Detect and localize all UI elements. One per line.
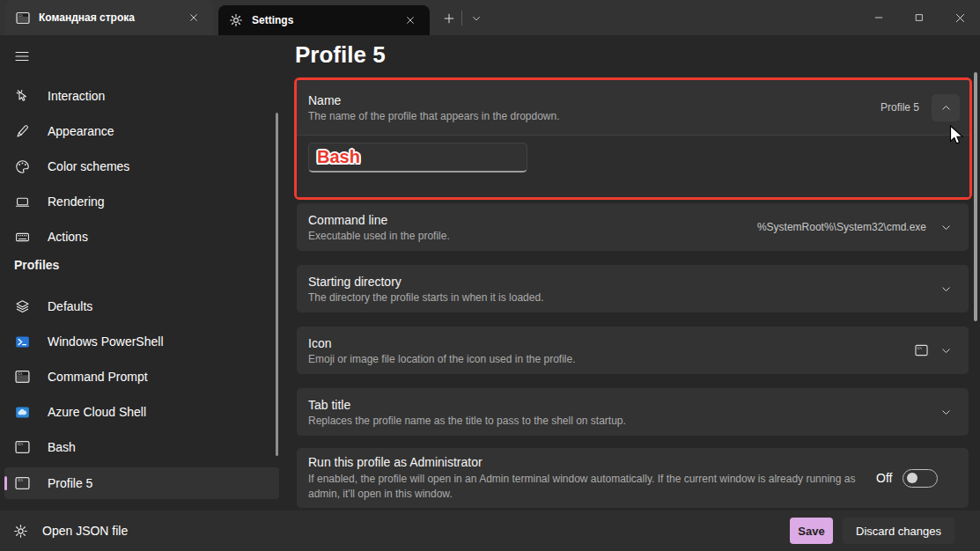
tab-close-icon[interactable] (183, 7, 204, 28)
azure-cloud-icon (15, 405, 30, 420)
cmd-icon: C:\ (15, 370, 30, 385)
page-title: Profile 5 (295, 41, 386, 69)
title-bar: C:\ Командная строка Settings (0, 0, 980, 35)
setting-card-run-as-administrator: Run this profile as Administrator If ena… (297, 448, 969, 508)
chevron-down-icon (939, 343, 953, 357)
setting-title: Starting directory (308, 275, 939, 289)
pen-icon (15, 124, 30, 139)
setting-current-value: %SystemRoot%\System32\cmd.exe (757, 221, 926, 233)
open-json-file-label: Open JSON file (42, 524, 128, 538)
sidebar-item-label: Azure Cloud Shell (48, 405, 146, 419)
sidebar-item-defaults[interactable]: Defaults (4, 290, 279, 322)
cmd-icon: C:\ (915, 344, 928, 357)
cmd-icon: C:\ (15, 440, 30, 455)
cmd-icon: C:\ (16, 11, 30, 25)
setting-row-name[interactable]: Name The name of the profile that appear… (297, 80, 969, 135)
profiles-section-header: Profiles (14, 258, 59, 272)
svg-text:C:\: C:\ (18, 13, 23, 17)
profile-settings-page: Profile 5 Name The name of the profile t… (291, 35, 980, 511)
sidebar-item-label: Appearance (48, 124, 114, 138)
sidebar-item-bash[interactable]: C:\ Bash (4, 431, 279, 463)
sidebar-item-command-prompt[interactable]: C:\ Command Prompt (4, 361, 279, 393)
name-expanded-section: Bash (297, 136, 969, 197)
chevron-up-icon (940, 102, 952, 114)
sidebar-item-label: Actions (48, 230, 88, 244)
chevron-down-icon (939, 282, 953, 296)
setting-title: Command line (308, 213, 757, 227)
sidebar-scrollbar[interactable] (276, 113, 278, 456)
setting-description: Executable used in the profile. (308, 230, 757, 242)
chevron-down-icon (939, 405, 953, 419)
sidebar-item-appearance[interactable]: Appearance (4, 115, 279, 147)
sidebar-item-label: Command Prompt (48, 370, 148, 384)
setting-card-command-line[interactable]: Command line Executable used in the prof… (297, 203, 969, 251)
tab-dropdown-button[interactable] (464, 6, 489, 31)
maximize-button[interactable] (899, 0, 939, 35)
sidebar-item-actions[interactable]: Actions (4, 221, 279, 253)
mouse-cursor (949, 125, 965, 148)
window-controls (858, 0, 980, 35)
chevron-down-icon (471, 13, 482, 24)
palette-icon (15, 159, 30, 174)
sidebar-item-interaction[interactable]: Interaction (4, 80, 279, 112)
sidebar-item-label: Defaults (48, 299, 92, 313)
setting-title: Run this profile as Administrator (308, 455, 876, 469)
sidebar-item-label: Profile 5 (48, 476, 92, 490)
main-scrollbar[interactable] (974, 72, 977, 321)
layers-icon (15, 299, 30, 314)
setting-card-name: Name The name of the profile that appear… (297, 80, 969, 197)
new-tab-button[interactable] (437, 6, 461, 31)
setting-title: Name (308, 93, 881, 107)
setting-description: If enabled, the profile will open in an … (308, 472, 876, 502)
profile-name-input[interactable]: Bash (308, 143, 527, 173)
monitor-icon (15, 195, 30, 209)
setting-description: The directory the profile starts in when… (308, 291, 939, 304)
settings-sidebar: Interaction Appearance Color schemes (0, 35, 291, 511)
plus-icon (443, 12, 455, 25)
windows-terminal-settings-window: C:\ Командная строка Settings (0, 0, 980, 551)
open-json-file-button[interactable]: Open JSON file (13, 518, 128, 544)
setting-card-tab-title[interactable]: Tab title Replaces the profile name as t… (297, 388, 969, 436)
setting-description: Replaces the profile name as the title t… (308, 415, 939, 427)
sidebar-item-label: Windows PowerShell (48, 334, 164, 349)
sidebar-item-rendering[interactable]: Rendering (4, 186, 279, 217)
cursor-click-icon (15, 89, 30, 104)
discard-changes-button[interactable]: Discard changes (843, 518, 954, 544)
sidebar-item-label: Rendering (48, 195, 105, 209)
setting-current-value: Profile 5 (881, 101, 919, 114)
setting-card-icon[interactable]: Icon Emoji or image file location of the… (297, 327, 969, 374)
cmd-icon: C:\ (15, 476, 30, 491)
sidebar-item-label: Interaction (48, 89, 105, 103)
sidebar-item-color-schemes[interactable]: Color schemes (4, 151, 279, 182)
save-button[interactable]: Save (790, 518, 833, 544)
sidebar-item-label: Bash (48, 440, 76, 454)
footer-bar: Open JSON file Save Discard changes (0, 511, 980, 551)
collapse-expander-button[interactable] (932, 94, 960, 121)
tab-close-icon[interactable] (400, 10, 421, 31)
keyboard-icon (15, 230, 30, 245)
setting-title: Tab title (308, 398, 939, 412)
svg-text:C:\: C:\ (18, 442, 23, 446)
sidebar-item-windows-powershell[interactable]: Windows PowerShell (4, 326, 279, 357)
gear-icon (229, 13, 243, 27)
setting-title: Icon (308, 336, 915, 350)
tab-label: Командная строка (39, 11, 174, 24)
selected-accent-bar (4, 476, 7, 490)
setting-card-starting-directory[interactable]: Starting directory The directory the pro… (297, 265, 969, 312)
admin-toggle-switch[interactable] (903, 469, 938, 488)
tabbar-divider (461, 11, 462, 26)
annotated-input-text: Bash (317, 147, 360, 167)
red-highlight-annotation: Name The name of the profile that appear… (294, 77, 972, 200)
sidebar-item-azure-cloud-shell[interactable]: Azure Cloud Shell (4, 396, 279, 428)
tab-command-prompt[interactable]: C:\ Командная строка (5, 0, 213, 35)
chevron-down-icon (939, 220, 953, 234)
powershell-icon (15, 334, 30, 349)
hamburger-menu-button[interactable] (13, 48, 31, 64)
close-button[interactable] (939, 0, 980, 35)
sidebar-item-profile-5[interactable]: C:\ Profile 5 (4, 467, 279, 499)
tab-settings[interactable]: Settings (218, 5, 430, 35)
svg-text:C:\: C:\ (18, 478, 23, 482)
setting-description: Emoji or image file location of the icon… (308, 353, 915, 365)
minimize-button[interactable] (858, 0, 899, 35)
sidebar-item-label: Color schemes (48, 159, 129, 173)
